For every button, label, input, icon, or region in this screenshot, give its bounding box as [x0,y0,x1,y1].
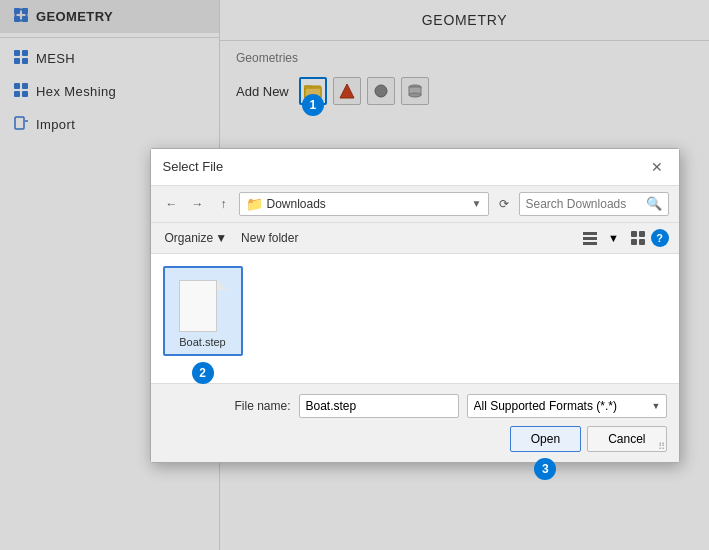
new-folder-button[interactable]: New folder [237,229,302,247]
buttons-row: Open 3 Cancel ⠿ [163,426,667,452]
help-button[interactable]: ? [651,229,669,247]
svg-rect-28 [639,231,645,237]
view-tiles-button[interactable] [627,227,649,249]
dialog-actions-bar: Organize ▼ New folder ▼ [151,223,679,254]
svg-rect-29 [631,239,637,245]
path-text: Downloads [267,197,468,211]
path-dropdown-arrow[interactable]: ▼ [472,198,482,209]
svg-rect-30 [639,239,645,245]
svg-rect-27 [631,231,637,237]
dialog-overlay: Select File ✕ ← → ↑ 📁 Downloads ▼ ⟳ 🔍 Or… [0,0,709,550]
file-icon [179,274,227,332]
search-icon: 🔍 [646,196,662,211]
search-input[interactable] [526,197,646,211]
dialog-title: Select File [163,159,224,174]
annotation-3: 3 [534,458,556,480]
filename-input[interactable] [299,394,459,418]
up-button[interactable]: ↑ [213,193,235,215]
forward-button[interactable]: → [187,193,209,215]
organize-dropdown-icon: ▼ [215,231,227,245]
path-bar[interactable]: 📁 Downloads ▼ [239,192,489,216]
filename-label: File name: [234,399,290,413]
view-dropdown-button[interactable]: ▼ [603,227,625,249]
dialog-bottom: File name: All Supported Formats (*.*) S… [151,384,679,462]
svg-rect-26 [583,242,597,245]
file-item-boat-step[interactable]: Boat.step [163,266,243,356]
back-button[interactable]: ← [161,193,183,215]
open-button[interactable]: Open [510,426,581,452]
refresh-button[interactable]: ⟳ [493,193,515,215]
filetype-select[interactable]: All Supported Formats (*.*) STEP Files (… [467,394,667,418]
svg-rect-25 [583,237,597,240]
search-bar[interactable]: 🔍 [519,192,669,216]
annotation-2: 2 [192,362,214,384]
filetype-wrapper: All Supported Formats (*.*) STEP Files (… [467,394,667,418]
resize-handle[interactable]: ⠿ [657,442,667,452]
filename-row: File name: All Supported Formats (*.*) S… [163,394,667,418]
folder-icon: 📁 [246,196,263,212]
view-list-button[interactable] [579,227,601,249]
svg-rect-24 [583,232,597,235]
file-name-label: Boat.step [179,336,225,348]
dialog-nav-toolbar: ← → ↑ 📁 Downloads ▼ ⟳ 🔍 [151,186,679,223]
dialog-titlebar: Select File ✕ [151,149,679,186]
file-dialog: Select File ✕ ← → ↑ 📁 Downloads ▼ ⟳ 🔍 Or… [150,148,680,463]
cancel-button[interactable]: Cancel [587,426,666,452]
organize-button[interactable]: Organize ▼ [161,229,232,247]
view-buttons: ▼ ? [579,227,669,249]
file-area[interactable]: Boat.step 2 [151,254,679,384]
dialog-close-button[interactable]: ✕ [647,157,667,177]
